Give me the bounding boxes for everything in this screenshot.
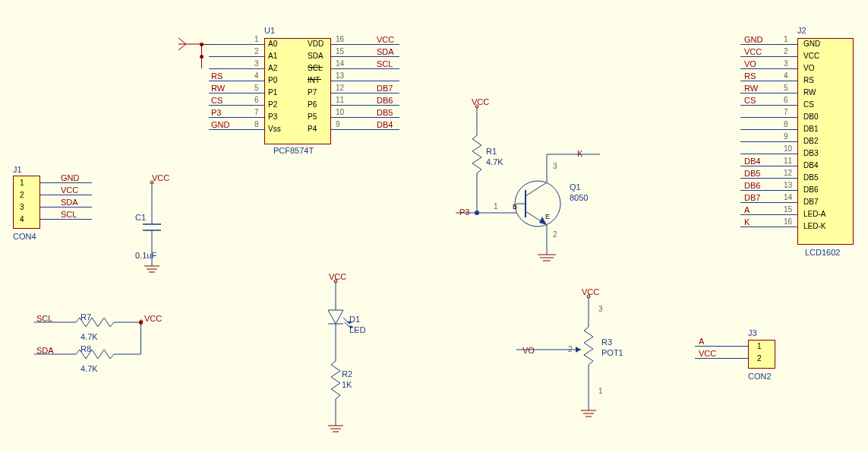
svg-line-39 (526, 182, 547, 196)
junction (200, 55, 204, 59)
net-label: A (699, 337, 704, 346)
net-label: RW (211, 84, 225, 93)
net-label: DB4 (744, 157, 760, 166)
led-d1-r2 (319, 281, 365, 441)
gnd-symbol-u1 (171, 41, 201, 56)
net-label: RS (211, 71, 223, 81)
d1-net-top: VCC (329, 272, 346, 281)
net-label: DB6 (744, 181, 760, 190)
net-label: DB4 (377, 120, 393, 129)
net-label: DB5 (744, 169, 760, 178)
net-label: VO (744, 59, 756, 68)
net-label: K (744, 217, 750, 226)
svg-text:E: E (545, 213, 550, 220)
net-label: VCC (744, 47, 762, 56)
r8-value: 4.7K (80, 364, 98, 373)
net-label: SCL (61, 210, 77, 219)
net-label: VCC (699, 349, 716, 358)
pot-vcc: VCC (582, 287, 599, 296)
u1-ref: U1 (264, 26, 275, 35)
svg-point-16 (140, 320, 143, 323)
j1-ref: J1 (13, 165, 22, 174)
svg-line-21 (343, 318, 349, 324)
resistor-r7 (34, 318, 148, 327)
j3-value: CON2 (748, 372, 772, 381)
net-label: DB6 (377, 96, 393, 105)
j1-value: CON4 (13, 232, 36, 241)
net-label: RS (744, 71, 756, 81)
svg-marker-19 (328, 310, 343, 324)
net-label: SDA (61, 198, 78, 207)
r7-value: 4.7K (80, 332, 98, 341)
transistor-q1: B E (456, 106, 608, 274)
u1-value: PCF8574T (273, 146, 314, 155)
j3-ref: J3 (748, 328, 757, 337)
net-label: VCC (377, 35, 394, 44)
net-label: CS (211, 96, 223, 105)
net-label: GND (211, 120, 229, 129)
c1-net-top: VCC (152, 173, 169, 182)
resistor-r8 (34, 350, 148, 359)
connector-j1 (13, 176, 40, 229)
net-label: VCC (61, 185, 78, 195)
net-label: DB7 (377, 84, 393, 93)
potentiometer-r3 (516, 296, 608, 426)
net-label: GND (744, 35, 762, 44)
j2-value: LCD1602 (805, 248, 840, 257)
net-label: A (744, 205, 750, 214)
j2-ref: J2 (797, 26, 806, 35)
capacitor-c1 (140, 182, 163, 274)
connector-j3 (748, 340, 775, 369)
net-label: SCL (377, 59, 393, 68)
junction (200, 43, 204, 46)
net-label: DB5 (377, 108, 393, 117)
svg-marker-53 (576, 347, 581, 353)
net-label: GND (61, 173, 79, 182)
net-label: SDA (377, 47, 394, 56)
net-label: RW (744, 84, 758, 93)
net-label: DB7 (744, 193, 760, 202)
net-label: CS (744, 96, 756, 105)
q1-vcc: VCC (472, 97, 489, 106)
svg-line-3 (178, 44, 186, 50)
net-label: P3 (211, 108, 221, 117)
svg-line-1 (178, 38, 186, 44)
svg-text:B: B (513, 203, 517, 211)
